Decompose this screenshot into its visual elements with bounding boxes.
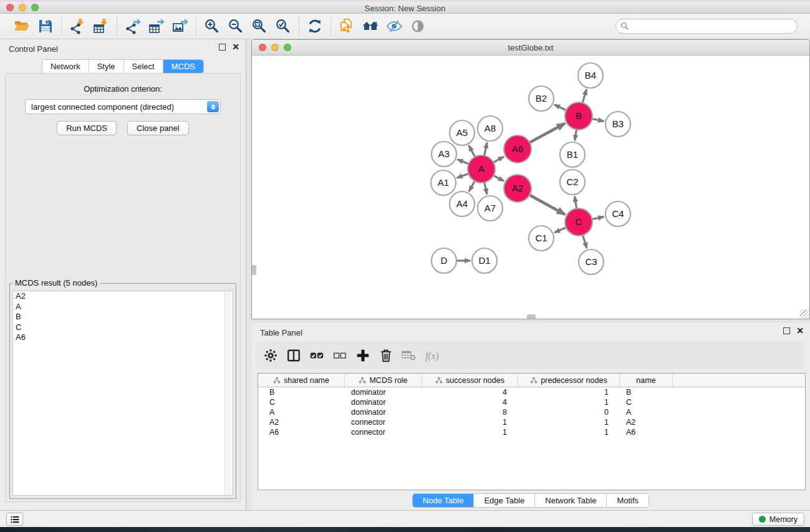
node-A[interactable]: A: [468, 155, 495, 183]
table-row-B[interactable]: Bdominator41B: [258, 387, 805, 397]
tab-mcds[interactable]: MCDS: [163, 60, 203, 73]
edge-B-B2[interactable]: [554, 105, 566, 110]
node-B2[interactable]: B2: [529, 86, 554, 111]
first-neighbors-button[interactable]: [361, 17, 380, 36]
float-table-panel-icon[interactable]: [783, 327, 790, 334]
zoom-selected-button[interactable]: [274, 17, 292, 36]
close-table-panel-icon[interactable]: ✕: [796, 327, 804, 334]
resize-grip[interactable]: [800, 309, 809, 318]
edge-B-B3[interactable]: [592, 118, 604, 121]
gear-button[interactable]: [263, 347, 279, 364]
columns-button[interactable]: [286, 347, 302, 364]
export-table-button[interactable]: [147, 17, 166, 36]
vertical-scroll-thumb[interactable]: [252, 265, 256, 275]
zoom-out-button[interactable]: [226, 17, 245, 36]
network-window-titlebar[interactable]: testGlobe.txt: [252, 40, 809, 56]
edge-B-B4[interactable]: [582, 89, 586, 103]
column-header-MCDS-role[interactable]: MCDS role: [345, 374, 422, 387]
node-D[interactable]: D: [432, 248, 456, 273]
tab-network[interactable]: Network: [42, 60, 89, 73]
edge-A-A5[interactable]: [469, 145, 475, 157]
edge-C-C1[interactable]: [554, 228, 566, 233]
column-header-predecessor-nodes[interactable]: predecessor nodes: [518, 374, 620, 387]
float-panel-icon[interactable]: [219, 44, 226, 51]
edge-C-C3[interactable]: [583, 235, 587, 248]
edge-C-C4[interactable]: [592, 217, 604, 220]
column-header-name[interactable]: name: [620, 374, 673, 387]
table-row-C[interactable]: Cdominator41C: [258, 397, 805, 407]
node-B1[interactable]: B1: [560, 142, 585, 167]
fx-button[interactable]: f(x): [424, 347, 440, 364]
result-item[interactable]: C: [13, 322, 233, 333]
edge-C-C2[interactable]: [575, 196, 577, 209]
result-item[interactable]: A2: [13, 291, 233, 302]
node-A2[interactable]: A2: [504, 175, 531, 202]
tab-edge-table[interactable]: Edge Table: [474, 494, 535, 507]
save-session-button[interactable]: [36, 17, 55, 36]
node-C1[interactable]: C1: [529, 226, 554, 251]
network-from-selection-button[interactable]: [337, 17, 356, 36]
result-item[interactable]: A: [13, 302, 233, 312]
node-A5[interactable]: A5: [450, 120, 475, 145]
edge-A-A3[interactable]: [457, 160, 468, 164]
edge-A-A1[interactable]: [457, 173, 469, 178]
export-network-button[interactable]: [123, 17, 142, 36]
table-row-A[interactable]: Adominator80A: [258, 407, 805, 417]
export-image-button[interactable]: [171, 17, 190, 36]
table-row-A6[interactable]: A6connector11A6: [258, 427, 805, 437]
optimization-select[interactable]: largest connected component (directed): [25, 99, 221, 114]
node-A7[interactable]: A7: [478, 196, 503, 221]
table-row-A2[interactable]: A2connector11A2: [258, 417, 805, 427]
tab-node-table[interactable]: Node Table: [413, 494, 475, 507]
zoom-in-button[interactable]: [203, 17, 221, 36]
task-history-button[interactable]: [6, 513, 23, 526]
import-table-button[interactable]: [92, 17, 110, 36]
add-button[interactable]: [355, 347, 371, 364]
edge-A-A8[interactable]: [485, 142, 488, 155]
node-A1[interactable]: A1: [431, 170, 456, 195]
node-C2[interactable]: C2: [560, 170, 585, 195]
column-header-shared-name[interactable]: shared name: [258, 374, 345, 387]
edge-A2-C[interactable]: [529, 195, 565, 215]
node-B4[interactable]: B4: [578, 63, 603, 88]
network-canvas[interactable]: B4B2BB3A5A8A6A3B1AC2A1A2A4A7C4CC1C3DD1: [252, 56, 809, 319]
node-A4[interactable]: A4: [450, 191, 475, 216]
tab-select[interactable]: Select: [124, 60, 163, 73]
mcds-result-list[interactable]: A2ABCA6: [12, 291, 233, 496]
edge-A6-B[interactable]: [529, 123, 565, 143]
node-B3[interactable]: B3: [605, 112, 630, 137]
edge-A-A4[interactable]: [469, 181, 475, 191]
result-scrollbar[interactable]: [224, 291, 233, 495]
node-C3[interactable]: C3: [579, 249, 604, 274]
node-D1[interactable]: D1: [472, 248, 497, 273]
deselect-all-button[interactable]: [332, 347, 348, 364]
show-all-button[interactable]: [408, 17, 427, 36]
node-C4[interactable]: C4: [605, 201, 630, 226]
search-input[interactable]: [615, 19, 798, 34]
node-C[interactable]: C: [565, 208, 592, 236]
close-panel-icon[interactable]: ✕: [232, 44, 239, 51]
edge-B-B1[interactable]: [575, 130, 577, 141]
node-A3[interactable]: A3: [432, 142, 456, 167]
result-item[interactable]: A6: [13, 332, 233, 343]
column-header-successor-nodes[interactable]: successor nodes: [422, 374, 518, 387]
edge-A-A2[interactable]: [493, 175, 504, 181]
horizontal-scroll-thumb[interactable]: [527, 314, 536, 319]
hide-selected-button[interactable]: [385, 17, 403, 36]
node-B[interactable]: B: [565, 102, 592, 130]
node-A8[interactable]: A8: [478, 116, 503, 141]
zoom-fit-button[interactable]: [250, 17, 269, 36]
select-all-button[interactable]: [309, 347, 325, 364]
memory-button[interactable]: Memory: [752, 513, 804, 526]
import-network-button[interactable]: [68, 17, 87, 36]
delete-button[interactable]: [378, 347, 394, 364]
node-A6[interactable]: A6: [504, 135, 531, 163]
result-item[interactable]: B: [13, 312, 233, 322]
delete-table-button[interactable]: [401, 347, 417, 364]
edge-A-A7[interactable]: [485, 182, 487, 194]
open-session-button[interactable]: [12, 17, 31, 36]
tab-network-table[interactable]: Network Table: [535, 494, 607, 507]
close-panel-button[interactable]: Close panel: [127, 121, 189, 135]
tab-style[interactable]: Style: [89, 60, 124, 73]
edge-A-A6[interactable]: [493, 157, 504, 162]
